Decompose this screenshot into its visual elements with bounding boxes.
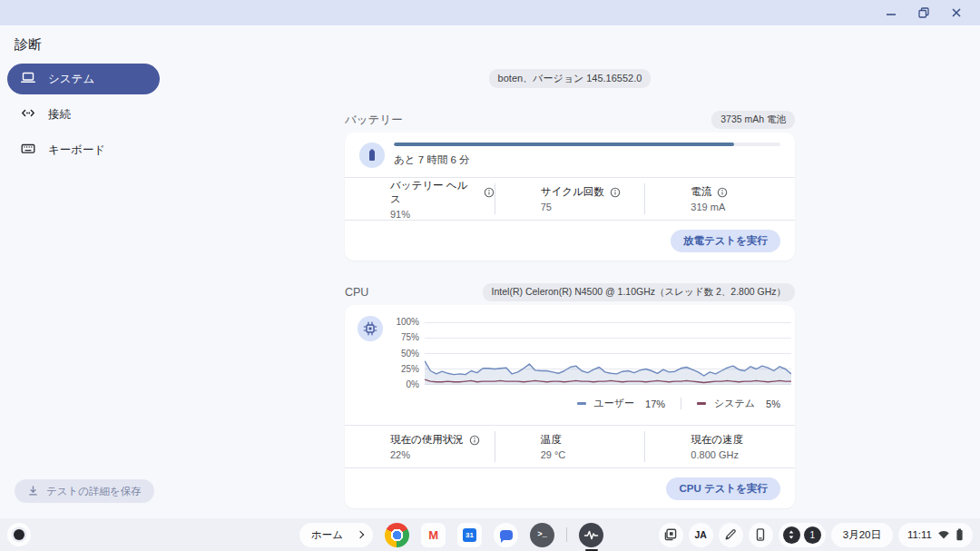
close-icon[interactable] (951, 7, 962, 18)
battery-remaining-text: あと 7 時間 6 分 (394, 153, 780, 167)
stylus-icon[interactable] (719, 523, 743, 547)
sidebar: システム 接続 キーボード (7, 64, 160, 170)
ytick: 100% (390, 314, 419, 330)
info-icon[interactable] (484, 187, 495, 198)
cpu-speed-stat: 現在の速度 0.800 GHz (644, 431, 795, 462)
info-icon[interactable] (469, 435, 480, 446)
chat-icon[interactable] (494, 523, 518, 547)
stat-label: 現在の使用状況 (390, 433, 464, 447)
stat-value: 22% (390, 449, 495, 460)
battery-card: あと 7 時間 6 分 バッテリー ヘルス 91% サイクル回数 (345, 133, 795, 261)
main-content: boten、バージョン 145.16552.0 バッテリー 3735 mAh 電… (345, 69, 795, 508)
cpu-chart-area: 100% 75% 50% 25% 0% ユーザー 17% システム 5% (345, 305, 795, 425)
stat-label: サイクル回数 (541, 185, 604, 199)
divider (681, 398, 681, 409)
cpu-model-chip: Intel(R) Celeron(R) N4500 @ 1.10GHz（スレッド… (483, 283, 795, 301)
stat-value: 91% (390, 209, 495, 220)
cpu-usage-chart (425, 322, 791, 386)
legend-system-value: 5% (766, 398, 780, 409)
stat-label: 温度 (541, 433, 562, 447)
battery-cycle-stat: サイクル回数 75 (495, 183, 645, 214)
stat-value: 0.800 GHz (691, 449, 795, 460)
notification-count-badge: 1 (804, 526, 821, 544)
wifi-icon (937, 529, 950, 540)
legend-user-label: ユーザー (594, 397, 635, 410)
cpu-section-header: CPU Intel(R) Celeron(R) N4500 @ 1.10GHz（… (345, 284, 795, 300)
sidebar-item-connectivity[interactable]: 接続 (7, 99, 160, 130)
diagnostics-app: 診断 システム 接続 (0, 25, 980, 518)
chrome-icon[interactable] (385, 523, 409, 547)
info-icon[interactable] (717, 187, 728, 198)
launcher-icon (14, 529, 24, 540)
legend-dash (577, 402, 586, 405)
battery-section-title: バッテリー (345, 113, 403, 128)
legend-dash (697, 402, 706, 405)
cpu-chart-legend: ユーザー 17% システム 5% (577, 397, 780, 410)
cpu-temperature-stat: 温度 29 °C (495, 431, 645, 462)
download-icon (27, 485, 39, 498)
cpu-stats-row: 現在の使用状況 22% 温度 29 °C 現在の速度 0.800 GHz (345, 426, 795, 467)
terminal-icon[interactable]: >_ (530, 523, 554, 547)
run-discharge-test-button[interactable]: 放電テストを実行 (671, 230, 780, 252)
divider (566, 527, 567, 542)
home-button[interactable]: ホーム (299, 523, 373, 547)
ytick: 0% (390, 377, 419, 392)
cpu-section-title: CPU (345, 286, 368, 299)
phone-hub-icon[interactable] (749, 523, 773, 547)
page-title: 診断 (15, 36, 42, 54)
cpu-chip-icon (358, 316, 383, 341)
launcher-button[interactable] (7, 523, 31, 546)
sidebar-item-keyboard[interactable]: キーボード (7, 134, 160, 165)
date-button[interactable]: 3月20日 (831, 523, 893, 547)
sidebar-item-label: キーボード (48, 143, 105, 158)
clock: 11:11 (907, 529, 932, 540)
version-chip: boten、バージョン 145.16552.0 (489, 69, 652, 88)
battery-capacity-chip: 3735 mAh 電池 (711, 111, 795, 129)
calendar-icon[interactable]: 31 (457, 523, 482, 547)
battery-current-stat: 電流 319 mA (644, 183, 795, 214)
stat-value: 319 mA (691, 202, 795, 212)
battery-stats-row: バッテリー ヘルス 91% サイクル回数 75 電流 (345, 178, 795, 220)
battery-icon (359, 143, 385, 168)
sidebar-item-label: システム (48, 72, 94, 87)
screen-capture-icon[interactable] (659, 523, 683, 547)
status-tray[interactable]: 11:11 (898, 523, 973, 547)
stat-value: 75 (541, 202, 645, 212)
chat-bubble-glyph (500, 530, 513, 540)
ime-button[interactable]: JA (689, 523, 713, 547)
run-cpu-test-button[interactable]: CPU テストを実行 (666, 477, 780, 500)
battery-charge-fill (394, 143, 734, 146)
terminal-glyph: >_ (537, 530, 547, 539)
active-app-indicator (585, 549, 598, 551)
ime-label: JA (695, 529, 707, 540)
save-test-details-label: テストの詳細を保存 (46, 485, 142, 498)
notification-app-icon (783, 526, 800, 544)
chevron-right-icon[interactable] (350, 525, 371, 546)
ytick: 50% (390, 346, 419, 361)
stat-label: 現在の速度 (691, 433, 743, 447)
gmail-icon[interactable]: M (421, 523, 446, 547)
ytick: 25% (390, 361, 419, 377)
save-test-details-button[interactable]: テストの詳細を保存 (15, 479, 154, 503)
notification-tray[interactable]: 1 (779, 523, 826, 547)
cpu-usage-stat: 現在の使用状況 22% (345, 431, 495, 462)
stat-label: バッテリー ヘルス (390, 179, 478, 206)
home-label: ホーム (311, 528, 343, 542)
ytick: 75% (390, 330, 419, 345)
window-titlebar (0, 0, 980, 25)
laptop-icon (21, 71, 35, 87)
battery-section-header: バッテリー 3735 mAh 電池 (345, 112, 795, 128)
minimize-icon[interactable] (886, 7, 897, 18)
sidebar-item-label: 接続 (48, 107, 71, 123)
keyboard-icon (21, 142, 35, 158)
legend-user-value: 17% (645, 398, 665, 409)
battery-health-stat: バッテリー ヘルス 91% (345, 183, 495, 214)
info-icon[interactable] (610, 187, 621, 198)
legend-system-label: システム (714, 397, 755, 410)
stat-label: 電流 (691, 185, 711, 199)
gmail-glyph: M (428, 528, 438, 542)
diagnostics-app-icon[interactable] (579, 523, 603, 547)
battery-charge-bar (394, 143, 780, 146)
sidebar-item-system[interactable]: システム (7, 64, 160, 94)
restore-icon[interactable] (918, 7, 929, 18)
